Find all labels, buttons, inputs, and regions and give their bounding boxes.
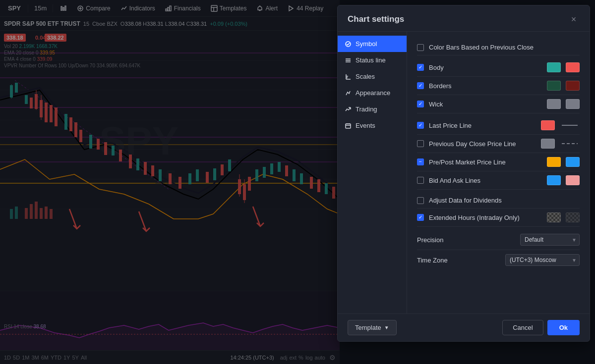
bid-ask-color1-swatch[interactable] [547,175,561,185]
wick-row: Wick [417,95,580,113]
last-price-line-checkbox[interactable] [417,122,424,129]
precision-select[interactable]: Default Auto 0 1 2 3 4 5 [520,234,580,246]
nav-item-symbol[interactable]: Symbol [338,36,407,52]
template-button[interactable]: Template ▼ [348,320,397,335]
body-checkbox[interactable] [417,64,424,71]
adjust-dividends-label: Adjust Data for Dividends [429,197,580,204]
timezone-row: Time Zone (UTC+3) Moscow (UTC+0) UTC (UT… [417,250,580,270]
nav-item-events[interactable]: Events [338,117,407,134]
last-price-line-row: Last Price Line [417,116,580,135]
borders-color1-swatch[interactable] [547,81,561,91]
wick-label: Wick [429,101,542,108]
wick-color2-swatch[interactable] [566,99,580,109]
body-color2-swatch[interactable] [566,62,580,72]
borders-checkbox[interactable] [417,82,424,89]
modal-title: Chart settings [348,14,404,24]
modal-footer: Template ▼ Cancel Ok [338,313,590,341]
nav-item-scales[interactable]: Scales [338,68,407,85]
pre-post-label: Pre/Post Market Price Line [429,158,542,166]
borders-row: Borders [417,77,580,95]
adjust-dividends-row: Adjust Data for Dividends [417,193,580,208]
precision-row: Precision Default Auto 0 1 2 3 4 5 ▼ [417,230,580,250]
footer-actions: Cancel Ok [502,320,580,335]
nav-item-trading[interactable]: Trading [338,101,407,117]
bid-ask-color2-swatch[interactable] [566,175,580,185]
body-row: Body [417,58,580,77]
modal-header: Chart settings × [338,5,590,32]
color-bars-checkbox[interactable] [417,44,424,51]
extended-hours-checkbox[interactable] [417,214,424,221]
extended-hours-pattern1[interactable] [547,212,561,222]
pre-post-row: Pre/Post Market Price Line [417,153,580,171]
wick-checkbox[interactable] [417,101,424,107]
pre-post-checkbox[interactable] [417,158,424,165]
color-bars-label: Color Bars Based on Previous Close [429,44,580,51]
wick-color1-swatch[interactable] [547,99,561,109]
template-chevron-icon: ▼ [384,325,389,330]
borders-color2-swatch[interactable] [566,81,580,91]
adjust-dividends-checkbox[interactable] [417,197,424,204]
prev-day-close-color-swatch[interactable] [541,139,555,149]
extended-hours-pattern2[interactable] [566,212,580,222]
settings-content: Color Bars Based on Previous Close Body … [407,32,590,313]
extended-hours-row: Extended Hours (Intraday Only) [417,208,580,227]
modal-body: Symbol Status line Scales Appearance Tra… [338,32,590,313]
bid-ask-row: Bid And Ask Lines [417,171,580,190]
precision-dropdown-wrapper: Default Auto 0 1 2 3 4 5 ▼ [520,234,580,246]
prev-day-close-label: Previous Day Close Price Line [429,140,536,148]
bid-ask-label: Bid And Ask Lines [429,177,542,184]
last-price-color-swatch[interactable] [541,120,555,130]
body-color1-swatch[interactable] [547,62,561,72]
body-label: Body [429,64,542,71]
pre-post-color2-swatch[interactable] [566,157,580,167]
cancel-button[interactable]: Cancel [502,320,543,335]
timezone-label: Time Zone [417,257,500,264]
timezone-select[interactable]: (UTC+3) Moscow (UTC+0) UTC (UTC-5) Easte… [505,254,580,266]
pre-post-color1-swatch[interactable] [547,157,561,167]
precision-label: Precision [417,236,515,244]
nav-item-appearance[interactable]: Appearance [338,85,407,101]
last-price-line-label: Last Price Line [429,122,536,129]
timezone-dropdown-wrapper: (UTC+3) Moscow (UTC+0) UTC (UTC-5) Easte… [505,254,580,266]
modal-close-button[interactable]: × [568,13,580,25]
color-bars-row: Color Bars Based on Previous Close [417,40,580,55]
prev-day-close-checkbox[interactable] [417,140,424,147]
borders-label: Borders [429,82,542,90]
svg-rect-103 [346,124,351,128]
last-price-line-style[interactable] [560,120,580,130]
prev-day-close-line-style[interactable] [560,139,580,149]
bid-ask-checkbox[interactable] [417,177,424,184]
ok-button[interactable]: Ok [547,320,580,335]
chart-settings-modal: Chart settings × Symbol Status line Scal… [337,5,590,342]
extended-hours-label: Extended Hours (Intraday Only) [429,214,542,221]
nav-item-status-line[interactable]: Status line [338,52,407,68]
prev-day-close-row: Previous Day Close Price Line [417,135,580,153]
settings-nav: Symbol Status line Scales Appearance Tra… [338,32,407,313]
